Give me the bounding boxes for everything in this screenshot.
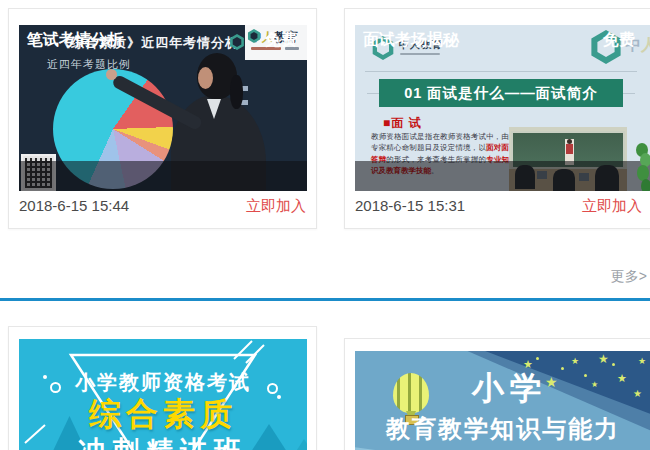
free-badge: 免费 bbox=[603, 25, 635, 55]
course-card-zonghesuzhi[interactable]: 小学教师资格考试 综合素质 冲刺精讲班 bbox=[8, 326, 317, 450]
video-card-written-exam[interactable]: 《综合素质》近四年考情分析 近四年考题比例 中人教育 bbox=[8, 8, 317, 229]
thumb-overlay-bar bbox=[355, 161, 650, 191]
plant-decoration bbox=[636, 143, 650, 191]
star-dot bbox=[612, 363, 615, 366]
star-icon: ★ bbox=[633, 389, 642, 399]
star-dot bbox=[584, 374, 587, 377]
presenter-hair bbox=[230, 75, 243, 109]
course-banner-line3: 冲刺精讲班 bbox=[19, 433, 307, 450]
join-now-link[interactable]: 立即加入 bbox=[582, 197, 642, 216]
course-banner-line2: 教育教学知识与能力 bbox=[357, 413, 649, 445]
video-date: 2018-6-15 15:44 bbox=[19, 197, 129, 214]
star-dot bbox=[536, 357, 539, 360]
course-banner-line1: 小学 bbox=[445, 367, 575, 411]
course-card-jiaoyu-zhishi[interactable]: ★ ★ ★ ★ ★ ★ ★ ★ 小学 教育教学知识与能力 bbox=[344, 338, 650, 450]
video-title: 面试考场揭秘 bbox=[363, 25, 459, 55]
course-banner-line1: 小学教师资格考试 bbox=[19, 369, 307, 396]
join-now-link[interactable]: 立即加入 bbox=[246, 197, 306, 216]
course-banner-line2: 综合素质 bbox=[19, 393, 307, 437]
video-thumbnail-written-exam[interactable]: 《综合素质》近四年考情分析 近四年考题比例 中人教育 bbox=[19, 25, 307, 191]
presenter-face bbox=[198, 67, 213, 89]
star-icon: ★ bbox=[571, 357, 579, 366]
free-badge: 免费 bbox=[265, 25, 297, 55]
course-thumbnail-zonghesuzhi[interactable]: 小学教师资格考试 综合素质 冲刺精讲班 bbox=[19, 339, 307, 450]
video-card-interview[interactable]: 中人教育 中人 01 面试是什么——面试简介 ■面 试 教师资格面试是指在教师资… bbox=[344, 8, 650, 229]
separator-line bbox=[365, 71, 637, 72]
star-icon: ★ bbox=[638, 357, 646, 366]
video-title: 笔试考情分析 bbox=[27, 25, 123, 55]
hot-air-balloon-icon bbox=[393, 373, 429, 413]
course-list-page: 《综合素质》近四年考情分析 近四年考题比例 中人教育 bbox=[0, 0, 650, 450]
star-icon: ★ bbox=[598, 353, 609, 365]
video-date: 2018-6-15 15:31 bbox=[355, 197, 465, 214]
star-icon: ★ bbox=[617, 373, 627, 384]
section-divider bbox=[0, 298, 650, 301]
thumb-overlay-bar bbox=[19, 161, 307, 191]
video-thumbnail-interview[interactable]: 中人教育 中人 01 面试是什么——面试简介 ■面 试 教师资格面试是指在教师资… bbox=[355, 25, 650, 191]
slide-banner-title: 01 面试是什么——面试简介 bbox=[379, 79, 623, 107]
star-icon: ★ bbox=[591, 381, 598, 389]
course-thumbnail-jiaoyu-zhishi[interactable]: ★ ★ ★ ★ ★ ★ ★ ★ 小学 教育教学知识与能力 bbox=[355, 351, 650, 450]
presenter-hand bbox=[106, 69, 117, 80]
more-link[interactable]: 更多> bbox=[611, 268, 647, 286]
slide-bullet-heading: ■面 试 bbox=[383, 115, 422, 132]
